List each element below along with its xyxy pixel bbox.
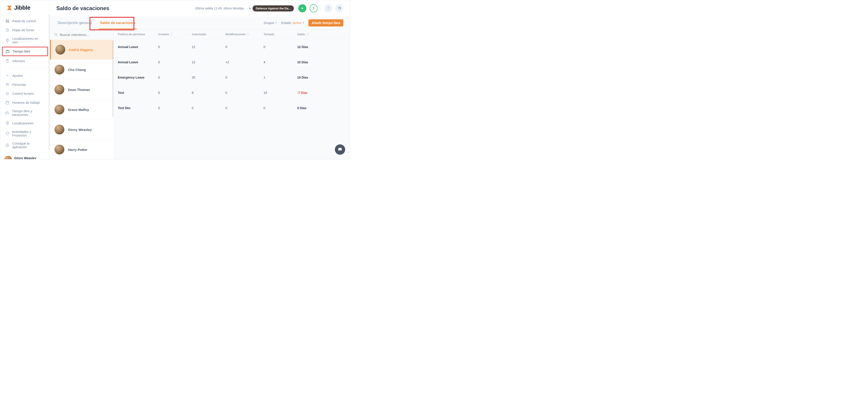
add-person-button[interactable] (310, 4, 318, 12)
cell-carry: 0 (158, 45, 192, 49)
tab-balance[interactable]: Saldo de vacaciones (99, 17, 136, 29)
chat-widget[interactable] (335, 144, 345, 155)
play-icon: ▶ (249, 7, 251, 10)
help-button[interactable]: ? (324, 4, 332, 12)
add-time-off-button[interactable]: Añadir tiempo libre (308, 19, 343, 27)
nav-item-tiempo-libre[interactable]: Tiempo libre (2, 47, 48, 56)
tag-icon (5, 131, 9, 136)
page-title: Saldo de vacaciones (56, 5, 109, 11)
th-entitled: Autorizado (192, 33, 225, 36)
cell-entitled: 0 (192, 106, 225, 110)
cell-balance: 0 Días (297, 106, 331, 110)
briefcase-icon (5, 49, 10, 54)
search-input[interactable] (60, 33, 110, 37)
nav-label: Hojas de horas (12, 28, 34, 32)
cell-taken: 4 (264, 60, 297, 64)
groups-dropdown[interactable]: Grupos ▼ (264, 21, 277, 25)
nav-item-panel-de-control[interactable]: Panel de control (0, 17, 50, 26)
member-scrollbar[interactable] (112, 40, 114, 117)
clock-icon (5, 28, 10, 32)
caret-down-icon: ▼ (275, 22, 277, 24)
carousel-next[interactable]: › (348, 150, 349, 154)
cell-mods: 0 (225, 76, 264, 79)
svg-point-7 (8, 133, 8, 133)
member-item[interactable]: Harry Potter (50, 140, 114, 159)
avatar (55, 124, 64, 135)
table-row: Test08015-7 Días (114, 85, 350, 101)
state-dropdown[interactable]: Estado: Activo▼ (281, 21, 305, 25)
nav-divider (3, 68, 46, 68)
cell-carry: 0 (158, 76, 192, 79)
cell-taken: 0 (264, 106, 297, 110)
main: Saldo de vacaciones Última salida 11:43,… (50, 0, 350, 159)
info-icon[interactable]: i (306, 33, 309, 36)
brand-name: Jibble (14, 4, 30, 11)
balance-table: Política de permisos Arrastrei Autorizad… (114, 29, 350, 159)
table-body: Annual Leave0120012 DíasAnnual Leave012+… (114, 39, 350, 116)
member-item[interactable]: Cedric Diggory (50, 40, 114, 60)
user-profile[interactable]: Ginny Weasley Hogwarts Co › (0, 153, 50, 160)
tab-overview[interactable]: Descripción general (56, 17, 93, 29)
member-name: Cho Chang (68, 68, 86, 71)
clock-in-button[interactable] (298, 4, 306, 12)
nav-label: Horarios de trabajo (12, 101, 40, 105)
member-item[interactable]: Ginny Weasley (50, 120, 114, 140)
nav-label: Control horario (12, 92, 34, 95)
pin-icon (5, 121, 10, 125)
table-row: Annual Leave0120012 Días (114, 39, 350, 55)
cell-entitled: 20 (192, 76, 225, 79)
member-item[interactable]: Dean Thomas (50, 80, 114, 100)
nav-label: Localizaciones en vivo (12, 37, 45, 44)
nav-secondary: AjustesPersonasControl horarioHorarios d… (0, 70, 50, 152)
cell-policy: Annual Leave (118, 45, 158, 49)
sidebar-scrollbar[interactable] (49, 15, 50, 150)
nav-item-informes[interactable]: Informes (0, 57, 50, 65)
nav-item-localizaciones[interactable]: Localizaciones (0, 119, 50, 128)
help-icon: ? (327, 6, 329, 10)
nav-item-tiempo-libre-y-vacaciones[interactable]: Tiempo libre y vacaciones (0, 107, 50, 119)
nav-item-control-horario[interactable]: Control horario (0, 89, 50, 98)
user-name: Ginny Weasley (14, 156, 42, 160)
nav-label: Tiempo libre y vacaciones (12, 109, 45, 117)
nav-item-localizaciones-en-vivo[interactable]: Localizaciones en vivo (0, 35, 50, 46)
svg-point-3 (8, 84, 9, 85)
th-carry: Arrastrei (158, 33, 192, 36)
svg-point-1 (7, 39, 8, 40)
content: Cedric DiggoryCho ChangDean ThomasDraco … (50, 29, 350, 159)
activity-chip[interactable]: ▶ Defence Against the Da... (247, 4, 295, 12)
cell-balance: -7 Días (297, 91, 331, 94)
info-icon[interactable]: i (170, 33, 173, 36)
info-icon[interactable]: i (246, 33, 249, 36)
nav-item-horarios-de-trabajo[interactable]: Horarios de trabajo (0, 98, 50, 107)
pin-icon (5, 38, 10, 42)
logo-icon (6, 5, 12, 11)
briefcase-icon (5, 111, 9, 115)
clipboard-icon (5, 59, 10, 63)
nav-item-actividades-y-proyectos[interactable]: Actividades y Proyectos (0, 128, 50, 139)
activity-pill: Defence Against the Da... (253, 5, 294, 11)
table-row: Emergency Leave0200119 Días (114, 70, 350, 85)
member-name: Dean Thomas (68, 88, 90, 92)
member-item[interactable]: Cho Chang (50, 60, 114, 80)
cell-carry: 0 (158, 106, 192, 110)
avatar (4, 156, 12, 160)
settings-button[interactable] (335, 4, 343, 12)
nav-label: Panel de control (12, 19, 36, 23)
cell-policy: Test (118, 91, 158, 94)
avatar (55, 145, 64, 154)
nav-item-hojas-de-horas[interactable]: Hojas de horas (0, 26, 50, 35)
cell-policy: Emergency Leave (118, 76, 158, 79)
member-item[interactable]: Draco Malfoy (50, 100, 114, 120)
cell-balance: 10 Días (297, 60, 331, 64)
caret-down-icon: ▼ (302, 22, 305, 24)
nav-item-personas[interactable]: Personas (0, 80, 50, 89)
brand-logo[interactable]: Jibble (0, 0, 50, 15)
cell-taken: 0 (264, 45, 297, 49)
nav-item-consigue-la-aplicación[interactable]: Consigue la aplicación (0, 139, 50, 151)
cell-entitled: 8 (192, 91, 225, 94)
member-name: Harry Potter (68, 148, 88, 151)
person-add-icon (312, 6, 315, 10)
nav-label: Personas (12, 83, 26, 86)
nav-item-ajustes[interactable]: Ajustes (0, 71, 50, 80)
member-name: Draco Malfoy (68, 108, 89, 112)
